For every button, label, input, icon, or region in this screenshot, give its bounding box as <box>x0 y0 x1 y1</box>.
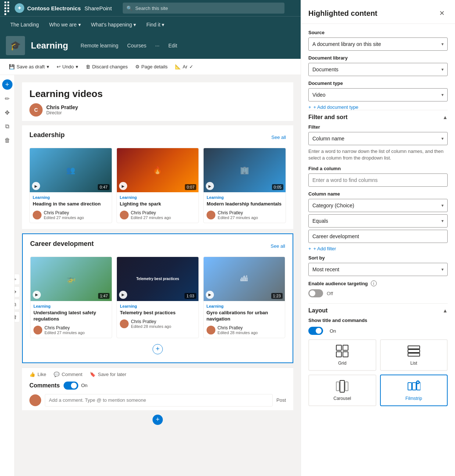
app-launcher-icon[interactable] <box>4 1 11 15</box>
delete-section-button[interactable]: 🗑 <box>15 311 20 322</box>
video-title: Gyro calibrations for urban navigation <box>207 310 282 322</box>
grid-label: Grid <box>338 361 347 366</box>
sort-by-dropdown[interactable]: Most recent ▾ <box>308 263 448 276</box>
video-card[interactable]: Telemetry best practices ▶ 1:03 Learning… <box>117 257 198 338</box>
sidebar-delete-icon[interactable]: 🗑 <box>1 134 14 147</box>
like-button[interactable]: 👍 Like <box>29 372 46 377</box>
video-card[interactable]: 👥 ▶ 0:47 Learning Heading in the same di… <box>29 148 112 223</box>
layout-filmstrip-option[interactable]: Filmstrip <box>380 375 448 406</box>
video-author-name: Chris Pratley <box>131 319 171 324</box>
happening-chevron-icon: ▾ <box>133 22 136 28</box>
video-card[interactable]: 🚁 ▶ 1:47 Learning Understanding latest s… <box>30 257 112 338</box>
video-card[interactable]: 🏙 ▶ 1:23 Learning Gyro calibrations for … <box>203 257 285 338</box>
site-nav-landing-label: The Landing <box>10 22 39 28</box>
panel-close-button[interactable]: ✕ <box>436 7 448 19</box>
doc-type-dropdown[interactable]: Video ▾ <box>308 88 448 101</box>
author-title: Director <box>46 110 78 115</box>
toggle-switch[interactable] <box>64 382 78 390</box>
layout-list-option[interactable]: List <box>380 339 448 371</box>
add-type-label: + Add document type <box>314 104 359 110</box>
filter-sort-header[interactable]: Filter and sort ▲ <box>308 110 448 124</box>
video-info: Learning Telemetry best practices Chris … <box>117 301 198 332</box>
filter-value-input[interactable] <box>308 230 448 243</box>
play-button[interactable]: ▶ <box>206 291 214 299</box>
svg-rect-1 <box>343 345 348 350</box>
comment-input[interactable] <box>45 394 273 407</box>
add-section-bottom-button[interactable]: + <box>153 415 163 425</box>
equals-dropdown[interactable]: Equals ▾ <box>308 214 448 228</box>
post-comment-button[interactable]: Post <box>276 397 286 403</box>
page-details-button[interactable]: ⚙ Page details <box>132 62 171 71</box>
filter-dropdown[interactable]: Column name ▾ <box>308 132 448 145</box>
layout-carousel-option[interactable]: Carousel <box>308 375 376 406</box>
add-section-top-button[interactable]: + <box>2 79 12 90</box>
add-row-button[interactable]: + <box>153 344 163 354</box>
site-nav-happening[interactable]: What's happening ▾ <box>87 19 141 30</box>
discard-button[interactable]: 🗑 Discard changes <box>83 62 131 71</box>
author-avatar-small <box>207 211 215 219</box>
show-title-toggle-label: On <box>330 328 336 334</box>
video-card[interactable]: 🏢 ▶ 0:05 Learning Modern leadership fund… <box>203 148 286 223</box>
video-duration: 1:03 <box>184 293 196 299</box>
audience-toggle[interactable] <box>308 289 323 297</box>
save-for-later-button[interactable]: 🔖 Save for later <box>90 372 126 377</box>
nav-edit[interactable]: Edit <box>165 41 180 50</box>
svg-rect-7 <box>336 382 339 391</box>
ar-icon: 📐 <box>175 64 181 69</box>
discard-icon: 🗑 <box>86 64 90 69</box>
video-category: Learning <box>207 195 283 200</box>
equals-value: Equals <box>312 218 328 224</box>
add-filter-button[interactable]: + + Add filter <box>308 246 448 251</box>
play-button[interactable]: ▶ <box>33 291 41 299</box>
video-category: Learning <box>120 304 195 308</box>
comment-button[interactable]: 💬 Comment <box>54 372 82 377</box>
add-row-container: + <box>30 342 285 357</box>
video-info: Learning Understanding latest safety reg… <box>31 301 112 338</box>
career-video-grid: 🚁 ▶ 1:47 Learning Understanding latest s… <box>30 257 285 338</box>
site-nav-find[interactable]: Find it ▾ <box>142 19 169 30</box>
filter-section: Filter Column name ▾ Enter a word to nar… <box>308 124 448 297</box>
copy-section-button[interactable]: ⧉ <box>15 299 20 310</box>
sort-by-value: Most recent <box>312 266 339 272</box>
ar-button[interactable]: 📐 Ar ✓ <box>172 62 196 71</box>
site-nav-landing[interactable]: The Landing <box>6 19 43 30</box>
career-see-all[interactable]: See all <box>271 243 285 249</box>
move-section-button[interactable]: ✥ <box>15 286 20 297</box>
source-dropdown[interactable]: A document library on this site ▾ <box>308 37 448 51</box>
layout-grid-option[interactable]: Grid <box>308 339 376 371</box>
search-bar[interactable]: 🔍 Search this site <box>123 3 284 14</box>
play-button[interactable]: ▶ <box>119 182 127 190</box>
doc-type-label: Document type <box>308 80 448 86</box>
sidebar-move-icon[interactable]: ✥ <box>1 106 14 119</box>
bookmark-icon: 🔖 <box>90 372 96 377</box>
nav-more[interactable]: ··· <box>152 41 162 50</box>
play-button[interactable]: ▶ <box>32 182 40 190</box>
video-card[interactable]: 🔥 ▶ 0:07 Learning Lighting the spark Chr… <box>117 148 199 223</box>
comment-icon: 💬 <box>54 372 60 377</box>
sidebar-copy-icon[interactable]: ⧉ <box>1 120 14 133</box>
undo-button[interactable]: ↩ Undo ▾ <box>54 62 81 71</box>
doc-library-dropdown[interactable]: Documents ▾ <box>308 63 448 76</box>
filter-sort-collapse-icon: ▲ <box>443 114 448 120</box>
comments-toggle[interactable]: On <box>64 382 87 390</box>
find-column-input[interactable] <box>308 173 448 187</box>
video-category: Learning <box>207 304 282 308</box>
author-avatar-small <box>33 326 42 334</box>
sidebar-edit-icon[interactable]: ✏ <box>1 92 14 105</box>
site-nav-who[interactable]: Who we are ▾ <box>45 19 85 30</box>
leadership-see-all[interactable]: See all <box>271 135 286 140</box>
column-name-dropdown[interactable]: Category (Choice) ▾ <box>308 199 448 212</box>
layout-section-header[interactable]: Layout ▲ <box>308 303 448 318</box>
save-as-draft-button[interactable]: 💾 Save as draft ▾ <box>6 62 52 71</box>
show-title-toggle[interactable] <box>308 327 323 335</box>
video-author-name: Chris Pratley <box>44 325 85 330</box>
thumb-fire-icon: 🔥 <box>153 166 162 175</box>
add-doc-type-button[interactable]: + + Add document type <box>308 104 448 110</box>
audience-info-icon[interactable]: i <box>371 280 377 286</box>
audience-toggle-thumb <box>309 290 315 296</box>
nav-courses[interactable]: Courses <box>124 41 149 50</box>
save-later-label: Save for later <box>98 372 126 377</box>
nav-remote-learning[interactable]: Remote learning <box>78 41 121 50</box>
edit-section-button[interactable]: ✏ <box>15 274 20 285</box>
site-nav-find-label: Find it <box>146 22 160 28</box>
